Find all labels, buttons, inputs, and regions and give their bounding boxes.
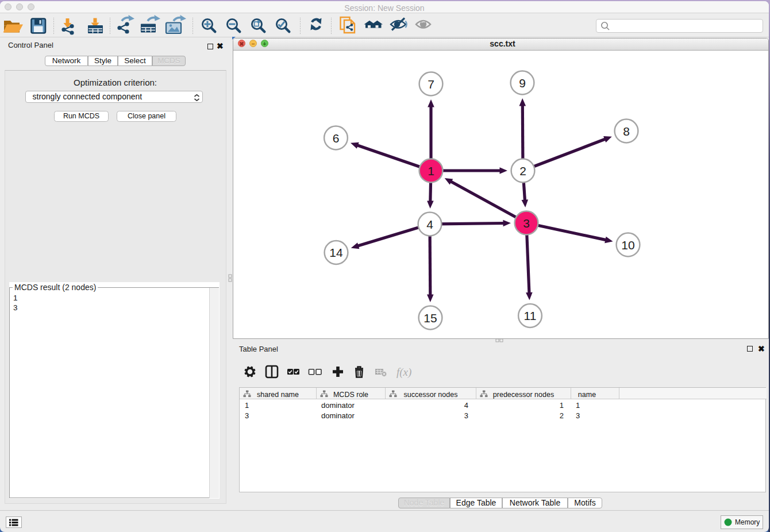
svg-text:9: 9: [519, 76, 526, 90]
svg-text:7: 7: [428, 78, 434, 91]
svg-text:2: 2: [519, 164, 526, 178]
svg-text:10: 10: [621, 238, 634, 252]
svg-text:Memory: Memory: [735, 518, 760, 526]
svg-text:11: 11: [524, 309, 537, 322]
svg-text:8: 8: [623, 125, 630, 138]
svg-text:6: 6: [333, 132, 340, 145]
svg-text:14: 14: [329, 246, 343, 259]
svg-text:f(x): f(x): [396, 366, 411, 379]
svg-text:3: 3: [523, 217, 530, 230]
svg-text:15: 15: [424, 311, 437, 325]
svg-text:4: 4: [426, 218, 433, 231]
svg-text:1: 1: [428, 164, 434, 178]
